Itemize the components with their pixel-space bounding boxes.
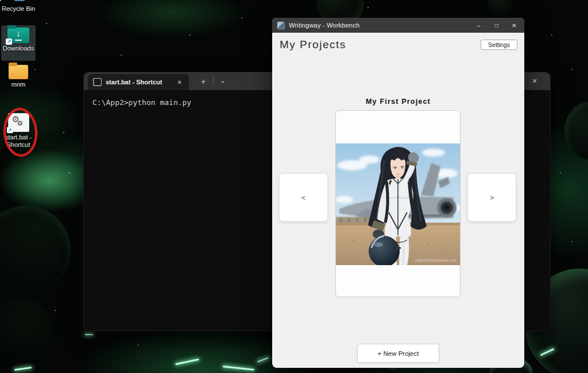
page-title: My Projects	[280, 38, 346, 51]
downloads-folder-icon: ↓ ↗	[7, 28, 29, 43]
download-tray	[15, 40, 22, 41]
desktop-icon-downloads[interactable]: ↓ ↗ Downloads	[1, 25, 36, 61]
nebula-streak	[257, 358, 268, 363]
terminal-tab-title: start.bat - Shortcut	[106, 79, 172, 86]
icon-label: mnm	[11, 81, 25, 88]
tab-separator	[213, 77, 214, 86]
folder-icon	[9, 65, 28, 79]
settings-button[interactable]: Settings	[481, 40, 517, 50]
cmd-icon	[93, 78, 102, 86]
new-project-button[interactable]: + New Project	[357, 344, 439, 363]
asteroid	[487, 0, 514, 15]
asteroid	[0, 205, 71, 294]
terminal-close-button[interactable]: ✕	[523, 72, 547, 90]
desktop: Recycle Bin ↓ ↗ Downloads mnm ⚙ ⚙ ↗ star…	[0, 0, 588, 373]
maximize-button[interactable]: □	[488, 18, 505, 33]
nebula-streak	[223, 366, 254, 371]
download-arrow-icon: ↓	[7, 29, 29, 37]
recycle-bin-icon	[14, 0, 25, 1]
writingway-window: Writingway - Workbench – □ ✕ My Projects…	[272, 18, 524, 368]
asteroid	[0, 297, 53, 369]
asteroid	[564, 102, 588, 160]
new-tab-button[interactable]: +	[196, 75, 210, 88]
shortcut-arrow-icon: ↗	[6, 38, 12, 45]
carousel-next-button[interactable]: >	[467, 173, 516, 222]
tab-close-button[interactable]: ✕	[176, 78, 184, 87]
desktop-icon-mnm[interactable]: mnm	[1, 62, 36, 88]
writingway-titlebar[interactable]: Writingway - Workbench – □ ✕	[272, 18, 524, 33]
icon-label: Recycle Bin	[2, 5, 35, 13]
project-card[interactable]: stablediffusionweb.com	[335, 110, 461, 297]
project-title: My First Project	[272, 98, 524, 106]
carousel-prev-button[interactable]: <	[279, 173, 328, 222]
icon-label: Downloads	[3, 45, 34, 52]
window-title: Writingway - Workbench	[289, 22, 359, 29]
terminal-tab[interactable]: start.bat - Shortcut ✕	[88, 74, 189, 90]
nebula-streak	[85, 334, 93, 335]
nebula-streak	[175, 359, 199, 366]
close-button[interactable]: ✕	[505, 18, 523, 33]
desktop-icon-recycle-bin[interactable]: Recycle Bin	[1, 0, 36, 13]
project-cover-image[interactable]: stablediffusionweb.com	[336, 143, 460, 265]
app-icon	[277, 22, 285, 29]
minimize-button[interactable]: –	[470, 18, 488, 33]
image-watermark: stablediffusionweb.com	[415, 258, 457, 262]
terminal-prompt-line: C:\App2>python main.py	[92, 98, 191, 107]
tab-dropdown-button[interactable]: ⌄	[216, 74, 229, 87]
